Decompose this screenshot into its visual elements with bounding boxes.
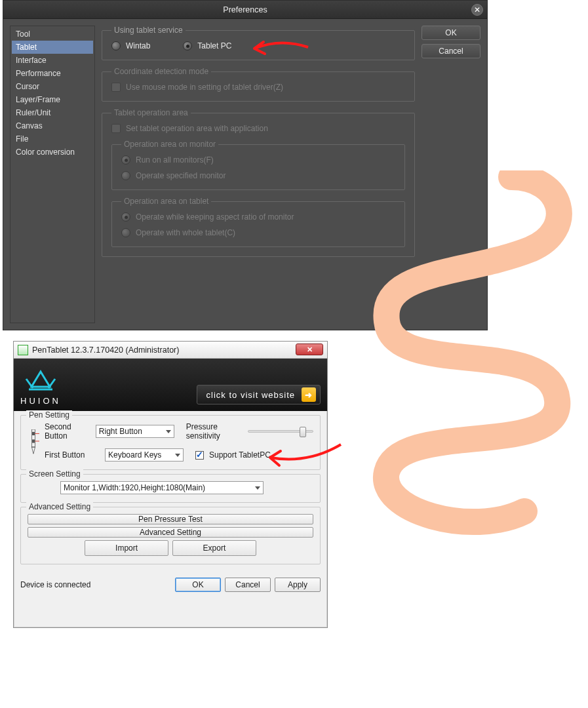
checkbox-support-tabletpc[interactable] (195, 451, 204, 460)
group-advanced-setting: Advanced Setting Pen Pressure Test Advan… (20, 507, 321, 564)
visit-website-button[interactable]: click to visit website ➜ (197, 385, 321, 404)
close-button[interactable]: ✕ (296, 344, 323, 355)
dropdown-first-button[interactable]: Keyboard Keys (105, 448, 184, 462)
close-icon[interactable]: ✕ (471, 4, 483, 16)
checkbox-set-with-app (111, 124, 121, 133)
radio-icon (121, 155, 130, 165)
preferences-buttons: OK Cancel (421, 26, 480, 323)
checkbox-mouse-mode (111, 83, 121, 92)
radio-specified-monitor: Operate specified monitor (121, 171, 395, 180)
huion-window: PenTablet 12.3.7.170420 (Administrator) … (13, 341, 328, 628)
import-button[interactable]: Import (85, 540, 168, 556)
preferences-title: Preferences (223, 5, 267, 14)
radio-run-all-monitors: Run on all monitors(F) (121, 155, 395, 165)
radio-whole-tablet: Operate with whole tablet(C) (121, 228, 395, 237)
legend-screen-setting: Screen Setting (26, 469, 83, 479)
crown-icon (21, 370, 60, 396)
sidebar-item-tool[interactable]: Tool (12, 28, 93, 41)
group-operation-area: Tablet operation area Set tablet operati… (102, 108, 415, 257)
legend-op-tablet: Operation area on tablet (121, 197, 211, 206)
ok-button[interactable]: OK (421, 26, 480, 40)
dropdown-monitor[interactable]: Monitor 1,Width:1920,Height:1080(Main) (60, 481, 264, 494)
legend-op-monitor: Operation area on monitor (121, 140, 218, 149)
brand-text: HUION (20, 396, 61, 406)
legend-coord-mode: Coordinate detection mode (111, 67, 211, 76)
preferences-window: Preferences ✕ Tool Tablet Interface Perf… (3, 0, 488, 330)
group-coord-mode: Coordinate detection mode Use mouse mode… (102, 67, 415, 102)
sidebar-item-performance[interactable]: Performance (12, 67, 93, 80)
label-second-button: Second Button (45, 422, 90, 441)
legend-pen-setting: Pen Setting (26, 410, 72, 420)
apply-button[interactable]: Apply (275, 578, 321, 592)
huion-title: PenTablet 12.3.7.170420 (Administrator) (32, 345, 179, 355)
svg-rect-1 (32, 432, 35, 435)
sidebar-item-color-conversion[interactable]: Color conversion (12, 146, 93, 159)
arrow-right-icon: ➜ (302, 387, 316, 402)
group-using-tablet-service: Using tablet service Wintab Tablet PC (102, 26, 415, 60)
export-button[interactable]: Export (172, 540, 256, 556)
label-first-button: First Button (45, 450, 100, 460)
app-icon (18, 345, 28, 355)
sidebar-item-layer-frame[interactable]: Layer/Frame (12, 93, 93, 106)
radio-label: Run on all monitors(F) (136, 155, 214, 165)
radio-keep-aspect: Operate while keeping aspect ratio of mo… (121, 212, 395, 222)
svg-rect-2 (32, 439, 35, 442)
label-pressure-sensitivity: Pressure sensitivity (186, 422, 243, 441)
radio-icon (121, 171, 130, 180)
radio-icon (111, 41, 121, 50)
radio-label: Wintab (126, 41, 150, 50)
sidebar-item-canvas[interactable]: Canvas (12, 119, 93, 132)
radio-label: Operate with whole tablet(C) (136, 228, 235, 237)
brand-logo: HUION (20, 370, 61, 406)
sidebar-item-interface[interactable]: Interface (12, 54, 93, 67)
radio-wintab[interactable]: Wintab (111, 41, 150, 50)
legend-advanced: Advanced Setting (26, 502, 93, 511)
label-support-tabletpc: Support TabletPC (209, 450, 271, 460)
legend-op-area: Tablet operation area (111, 108, 191, 117)
label-mouse-mode: Use mouse mode in setting of tablet driv… (126, 83, 283, 92)
radio-icon (121, 212, 130, 222)
legend-tablet-service: Using tablet service (111, 26, 186, 35)
advanced-setting-button[interactable]: Advanced Setting (28, 527, 313, 538)
cancel-button[interactable]: Cancel (421, 44, 480, 58)
radio-label: Tablet PC (197, 41, 231, 50)
group-screen-setting: Screen Setting Monitor 1,Width:1920,Heig… (20, 474, 321, 503)
preferences-sidebar: Tool Tablet Interface Performance Cursor… (10, 26, 95, 323)
label-set-with-app: Set tablet operation area with applicati… (126, 124, 268, 133)
radio-label: Operate while keeping aspect ratio of mo… (136, 212, 294, 222)
group-op-area-monitor: Operation area on monitor Run on all mon… (111, 140, 405, 190)
group-op-area-tablet: Operation area on tablet Operate while k… (111, 197, 405, 247)
slider-pressure-sensitivity[interactable] (248, 430, 313, 433)
sidebar-item-ruler-unit[interactable]: Ruler/Unit (12, 106, 93, 119)
pen-diagram-icon (28, 429, 39, 455)
radio-tablet-pc[interactable]: Tablet PC (183, 41, 231, 50)
preferences-main: Using tablet service Wintab Tablet PC Co… (102, 26, 415, 323)
huion-banner: HUION click to visit website ➜ (14, 359, 327, 411)
sidebar-item-tablet[interactable]: Tablet (12, 41, 93, 54)
huion-titlebar: PenTablet 12.3.7.170420 (Administrator) … (14, 342, 327, 359)
sidebar-item-file[interactable]: File (12, 132, 93, 146)
preferences-titlebar: Preferences ✕ (3, 1, 487, 19)
group-pen-setting: Pen Setting Second Button Right Button P… (20, 415, 321, 470)
ok-button[interactable]: OK (175, 578, 221, 592)
radio-icon (121, 228, 130, 237)
status-text: Device is connected (20, 580, 90, 589)
pen-pressure-test-button[interactable]: Pen Pressure Test (28, 514, 313, 524)
radio-icon (183, 41, 192, 50)
sidebar-item-cursor[interactable]: Cursor (12, 80, 93, 93)
radio-label: Operate specified monitor (136, 171, 225, 180)
cancel-button[interactable]: Cancel (225, 578, 271, 592)
visit-label: click to visit website (206, 390, 295, 400)
dropdown-second-button[interactable]: Right Button (96, 425, 174, 438)
